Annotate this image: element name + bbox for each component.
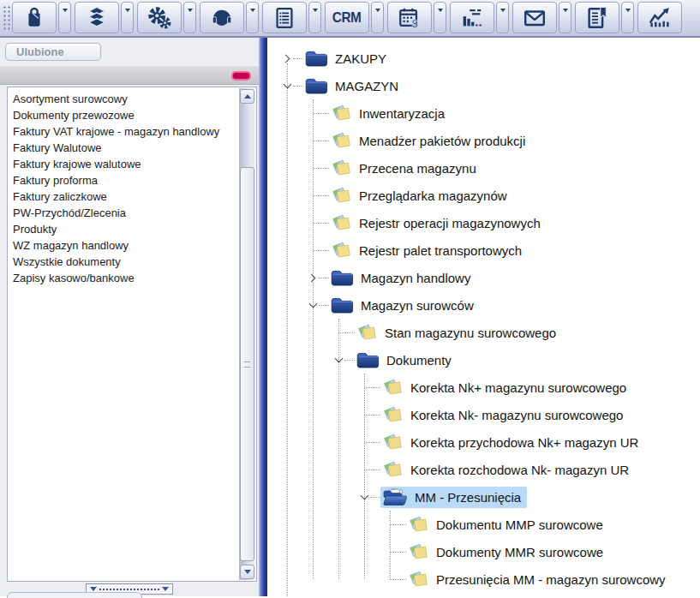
- tree-item[interactable]: Rejestr palet transportowych: [307, 236, 700, 264]
- collapsed-bottom-tab[interactable]: [7, 592, 142, 598]
- tree-expander[interactable]: [281, 56, 293, 62]
- tree-node-content[interactable]: Magazyn surowców: [329, 295, 480, 316]
- tree-folder[interactable]: ZAKUPY: [281, 45, 700, 72]
- toolbar-group-lists: [262, 2, 321, 33]
- list-document-icon: [272, 5, 297, 31]
- favorite-item[interactable]: Faktury zaliczkowe: [13, 188, 236, 205]
- scroll-down-button[interactable]: [240, 565, 254, 579]
- toolbar-button-trends[interactable]: [637, 2, 682, 33]
- tree-item[interactable]: Przesunięcia MM - magazyn surowcowy: [384, 565, 700, 593]
- tree-node-content[interactable]: Magazyn handlowy: [329, 267, 476, 289]
- toolbar-button-lists[interactable]: [262, 2, 307, 33]
- toolbar-button-settings[interactable]: [137, 2, 182, 33]
- toolbar-grip-handle[interactable]: [2, 4, 10, 31]
- tree-node-content[interactable]: [303, 596, 341, 597]
- toolbar-dropdown-crm[interactable]: [371, 2, 384, 33]
- toolbar-dropdown-ledger[interactable]: [621, 2, 634, 33]
- tree-expander[interactable]: [358, 495, 370, 499]
- tree-node-content[interactable]: Korekta rozchodowa Nk- magazyn UR: [380, 458, 635, 481]
- tree-node-group: Menadżer pakietów produkcji: [307, 127, 700, 154]
- tree-node-content[interactable]: Przesunięcia MM - magazyn surowcowy: [406, 568, 672, 591]
- favorite-item[interactable]: Faktury Walutowe: [13, 140, 236, 156]
- toolbar-dropdown-statistics[interactable]: [496, 2, 509, 33]
- tree-node-content[interactable]: Menadżer pakietów produkcji: [329, 129, 531, 152]
- tree-node-content[interactable]: MAGAZYN: [303, 75, 404, 97]
- tree-node-content[interactable]: Rejestr operacji magazynowych: [329, 212, 547, 235]
- tree-node-content[interactable]: MM - Przesunięcia: [380, 487, 527, 508]
- trend-chart-icon: [647, 5, 673, 31]
- tree-item[interactable]: Korekta rozchodowa Nk- magazyn UR: [358, 456, 700, 483]
- tree-node-content[interactable]: Inwentaryzacja: [329, 102, 451, 125]
- tree-node-content[interactable]: Przeglądarka magazynów: [329, 184, 513, 207]
- toolbar-button-mail[interactable]: [512, 2, 557, 33]
- tree-guide-stub: [390, 524, 406, 525]
- tree-expander[interactable]: [281, 84, 293, 87]
- toolbar-dropdown-purchases[interactable]: [58, 2, 71, 33]
- remove-favorite-button[interactable]: [231, 71, 251, 81]
- vertical-splitter[interactable]: [259, 38, 267, 596]
- favorite-item[interactable]: Faktury krajowe walutowe: [13, 156, 236, 172]
- scroll-up-button[interactable]: [240, 89, 254, 104]
- tree-node-group: Korekta Nk+ magazynu surowcowego: [358, 374, 700, 401]
- toolbar-dropdown-finance-calendar[interactable]: [434, 2, 446, 33]
- toolbar-button-support[interactable]: [200, 2, 244, 33]
- toolbar-button-layers[interactable]: [75, 2, 119, 33]
- favorite-item[interactable]: Asortyment surowcowy: [13, 91, 236, 107]
- tree-expander[interactable]: [307, 275, 319, 281]
- tree-folder[interactable]: [281, 593, 700, 596]
- favorite-item[interactable]: Zapisy kasowo/bankowe: [13, 270, 236, 286]
- toolbar-button-purchases[interactable]: [12, 2, 57, 33]
- tree-item[interactable]: Korekta Nk+ magazynu surowcowego: [358, 374, 700, 401]
- toolbar-dropdown-support[interactable]: [246, 2, 259, 33]
- tree-node-content[interactable]: Korekta Nk+ magazynu surowcowego: [380, 376, 632, 399]
- tree-node-content[interactable]: Dokumenty: [355, 350, 458, 371]
- tree-folder[interactable]: Magazyn handlowy: [307, 264, 700, 291]
- tree-item[interactable]: Korekta Nk- magazynu surowcowego: [358, 401, 700, 428]
- tree-folder[interactable]: MM - Przesunięcia: [358, 483, 700, 511]
- tree-item[interactable]: Stan magazynu surowcowego: [332, 319, 700, 346]
- favorite-item[interactable]: Wszystkie dokumenty: [13, 254, 236, 270]
- tree-folder[interactable]: Magazyn surowców: [307, 291, 700, 319]
- tree-node-content[interactable]: Przecena magazynu: [329, 157, 482, 180]
- tree-node-content[interactable]: Stan magazynu surowcowego: [355, 321, 562, 344]
- toolbar-dropdown-mail[interactable]: [559, 2, 571, 33]
- favorite-item[interactable]: Dokumenty przewozowe: [13, 107, 236, 123]
- tree-node-content[interactable]: Dokumenty MMR surowcowe: [406, 541, 609, 564]
- toolbar-button-crm[interactable]: CRM: [325, 2, 369, 33]
- tree-item[interactable]: Dokumenty MMR surowcowe: [384, 538, 700, 565]
- toolbar-dropdown-layers[interactable]: [121, 2, 134, 33]
- toolbar-button-ledger[interactable]: [575, 2, 619, 33]
- tree-node-content[interactable]: Rejestr palet transportowych: [329, 239, 528, 262]
- tree-guide-stub: [390, 579, 406, 580]
- tree-item[interactable]: Menadżer pakietów produkcji: [307, 127, 700, 154]
- favorites-vertical-scrollbar[interactable]: [239, 88, 255, 580]
- favorite-item[interactable]: Faktury VAT krajowe - magazyn handlowy: [13, 123, 236, 140]
- tree-item[interactable]: Przeglądarka magazynów: [307, 182, 700, 209]
- tree-expander[interactable]: [332, 358, 344, 362]
- tree-guide-stub: [293, 86, 303, 87]
- tree-expander[interactable]: [307, 303, 319, 307]
- toolbar-dropdown-lists[interactable]: [308, 2, 321, 33]
- tree-item[interactable]: Korekta przychodowa Nk+ magazyn UR: [358, 428, 700, 456]
- tree-node-content[interactable]: Korekta przychodowa Nk+ magazyn UR: [380, 431, 644, 454]
- toolbar-button-statistics[interactable]: [450, 2, 494, 33]
- tree-item[interactable]: Rejestr operacji magazynowych: [307, 209, 700, 236]
- favorite-item[interactable]: WZ magazyn handlowy: [13, 237, 236, 254]
- scrollbar-thumb[interactable]: [240, 167, 254, 561]
- tree-node-content[interactable]: Dokumentu MMP surowcowe: [406, 513, 609, 536]
- tree-node-content[interactable]: ZAKUPY: [303, 48, 392, 69]
- book-bookmark-icon: [584, 5, 610, 31]
- envelope-icon: [522, 5, 547, 31]
- favorite-item[interactable]: PW-Przychód/Zlecenia: [13, 205, 236, 221]
- toolbar-button-finance-calendar[interactable]: $: [387, 2, 432, 33]
- tree-folder[interactable]: MAGAZYN: [281, 72, 700, 99]
- tree-item[interactable]: Dokumentu MMP surowcowe: [384, 511, 700, 538]
- tree-folder[interactable]: Dokumenty: [332, 346, 700, 374]
- tree-item[interactable]: Przecena magazynu: [307, 154, 700, 182]
- favorite-item[interactable]: Faktury proforma: [13, 172, 236, 188]
- toolbar-dropdown-settings[interactable]: [183, 2, 196, 33]
- tree-item[interactable]: Inwentaryzacja: [307, 99, 700, 127]
- tab-favorites[interactable]: Ulubione: [5, 43, 101, 61]
- favorite-item[interactable]: Produkty: [13, 221, 236, 237]
- tree-node-content[interactable]: Korekta Nk- magazynu surowcowego: [380, 404, 629, 427]
